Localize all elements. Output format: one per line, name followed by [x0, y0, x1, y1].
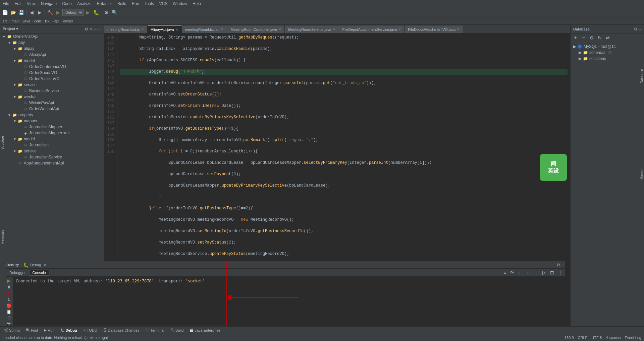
- status-line-ending[interactable]: CRLF: [578, 336, 588, 340]
- menu-build[interactable]: Build: [115, 1, 129, 7]
- menu-view[interactable]: View: [24, 1, 38, 7]
- db-mysql-item[interactable]: ▶ 🔵 MySQL - root@11: [572, 44, 643, 50]
- tree-item-model1[interactable]: ▼ 📁 model: [0, 58, 104, 64]
- tab-filedepotattachmentservicejava[interactable]: FileDepotAttachmentService.java ✕: [339, 25, 405, 33]
- tree-item-wechat[interactable]: ▼ 📁 wechat: [0, 94, 104, 100]
- menu-tools[interactable]: Tools: [142, 1, 157, 7]
- path-main[interactable]: main: [11, 19, 19, 23]
- debug-pause-btn[interactable]: ⏸: [5, 285, 13, 289]
- right-tab-database[interactable]: Database: [639, 67, 644, 85]
- path-com[interactable]: com: [34, 19, 41, 23]
- tab-alipayapijava[interactable]: AlipayApi.java ✕: [148, 25, 182, 33]
- bottom-tab-build[interactable]: 🔨 Build: [168, 328, 186, 333]
- path-lckj[interactable]: lckj: [45, 19, 50, 23]
- tab-meetingroomcontrollerjava[interactable]: MeetingRoomController.java ✕: [227, 25, 285, 33]
- debug-restart-btn[interactable]: ↻: [5, 297, 13, 302]
- tree-item-ownervisitapi[interactable]: ▼ 📁 OwnerVisitApi: [0, 33, 104, 40]
- debug-camera-btn[interactable]: 📷: [5, 322, 13, 326]
- debug-close-icon[interactable]: ✕: [44, 263, 46, 267]
- menu-navigate[interactable]: Navigate: [38, 1, 59, 7]
- debug-step-into[interactable]: ↓: [516, 269, 524, 276]
- debug-resume-btn[interactable]: ▶: [5, 278, 13, 283]
- sidebar-gear-icon[interactable]: ⋯: [97, 27, 101, 31]
- console-tab[interactable]: Console: [29, 270, 49, 276]
- debug-config-dropdown[interactable]: Debug: [62, 9, 84, 16]
- debug-run-icon[interactable]: 🐛: [23, 262, 29, 268]
- tree-item-appannouncementapi[interactable]: ▼ © AppAnnouncementApi: [0, 160, 104, 166]
- db-properties-button[interactable]: ⚙: [588, 34, 595, 42]
- tab-close-icon[interactable]: ✕: [221, 27, 223, 31]
- db-remove-button[interactable]: −: [580, 34, 587, 42]
- tab-close-icon[interactable]: ✕: [398, 27, 401, 31]
- tree-item-orderconferencevo[interactable]: ▼ © OrderConferenceVO: [0, 64, 104, 70]
- menu-window[interactable]: Window: [170, 1, 190, 7]
- new-button[interactable]: 📄: [1, 9, 9, 16]
- menu-edit[interactable]: Edit: [12, 1, 24, 7]
- db-collations-item[interactable]: ▶ 📁 collations: [572, 56, 643, 62]
- debugger-tab[interactable]: Debugger: [6, 270, 29, 276]
- debug-mute-btn[interactable]: 🔴: [5, 303, 13, 308]
- tree-item-journalismservice[interactable]: ▼ © JournalismService: [0, 154, 104, 160]
- open-button[interactable]: 📂: [9, 9, 17, 16]
- debug-stop-btn[interactable]: ■: [5, 291, 13, 296]
- status-event-log[interactable]: Event Log: [625, 336, 641, 340]
- tree-item-model2[interactable]: ▼ 📁 model: [0, 136, 104, 142]
- db-schemas-item[interactable]: ▶ 📁 schemas 22: [572, 50, 643, 56]
- tree-item-weixinpayapi[interactable]: ▼ © WeixinPayApi: [0, 100, 104, 106]
- left-tab-favorites[interactable]: Favorites: [0, 228, 5, 246]
- tab-close-icon[interactable]: ✕: [457, 27, 460, 31]
- tree-item-mapper[interactable]: ▼ 📁 mapper: [0, 118, 104, 124]
- debug-minimize-icon[interactable]: −: [561, 263, 564, 267]
- debug-button[interactable]: 🐛: [92, 9, 100, 16]
- save-button[interactable]: 💾: [17, 9, 25, 16]
- bottom-tab-debug[interactable]: 🐛 Debug: [58, 328, 79, 333]
- sidebar-close-icon[interactable]: −: [93, 27, 96, 31]
- tree-item-journalismmapperxml[interactable]: ▼ ◈ JournalismMapper.xml: [0, 130, 104, 136]
- tab-filedepotattachmentvoja[interactable]: FileDepotAttachmentVO.java ✕: [405, 25, 463, 33]
- db-add-button[interactable]: +: [572, 34, 579, 42]
- back-button[interactable]: ◀: [28, 9, 35, 16]
- debug-step-out[interactable]: ↑: [524, 269, 532, 276]
- menu-file[interactable]: File: [0, 1, 12, 7]
- menu-run[interactable]: Run: [129, 1, 142, 7]
- tab-close-icon[interactable]: ✕: [278, 27, 281, 31]
- db-settings-icon[interactable]: ⚙: [634, 27, 638, 31]
- path-api[interactable]: api: [54, 19, 59, 23]
- bottom-tab-spring[interactable]: 🌿 Spring: [1, 328, 22, 333]
- right-tab-maven[interactable]: Maven: [639, 167, 644, 182]
- debug-run-button[interactable]: ▶: [84, 9, 92, 16]
- db-refresh-button[interactable]: ↻: [596, 34, 603, 42]
- tree-item-pay[interactable]: ▼ 📁 pay: [0, 40, 104, 46]
- tab-close-icon[interactable]: ✕: [175, 28, 178, 31]
- tab-close-icon[interactable]: ✕: [141, 27, 144, 31]
- debug-run-to-cursor[interactable]: →: [532, 269, 540, 276]
- debug-settings-icon[interactable]: ⚙: [556, 263, 560, 267]
- tab-meetingroomlistjs[interactable]: meetingRoomList.js ✕: [104, 25, 148, 33]
- bottom-tab-run[interactable]: ▶ Run: [41, 328, 57, 333]
- tree-item-businessservice[interactable]: ▼ © BusinessService: [0, 88, 104, 94]
- bottom-tab-database-changes[interactable]: 🗄 Database Changes: [101, 328, 142, 333]
- debug-frames-btn[interactable]: ⊟: [5, 316, 13, 320]
- bottom-tab-todo[interactable]: ✓ TODO: [80, 328, 100, 333]
- tab-close-icon[interactable]: ✕: [333, 27, 335, 31]
- path-java[interactable]: java: [23, 19, 30, 23]
- tree-item-service2[interactable]: ▼ 📁 service: [0, 148, 104, 154]
- db-sync-button[interactable]: ⇄: [604, 34, 611, 42]
- bottom-tab-find[interactable]: 🔍 Find: [23, 328, 41, 333]
- sidebar-settings-icon[interactable]: ⚙: [85, 27, 88, 31]
- tree-item-ordergoodsvo[interactable]: ▼ © OrderGoodsVO: [0, 70, 104, 76]
- tab-meetingroomlistjsp[interactable]: meetingRoomList.jsp ✕: [182, 25, 227, 33]
- run-button[interactable]: ▶: [54, 9, 62, 16]
- tree-item-journalismmapper[interactable]: ▼ © JournalismMapper: [0, 124, 104, 130]
- debug-dump-btn[interactable]: 📋: [5, 310, 13, 314]
- menu-code[interactable]: Code: [59, 1, 74, 7]
- debug-evaluate[interactable]: ▷: [540, 269, 548, 276]
- search-button[interactable]: 🔍: [111, 9, 118, 16]
- tab-meetingroomservicejava[interactable]: MeetingRoomService.java ✕: [285, 25, 339, 33]
- forward-button[interactable]: ▶: [36, 9, 43, 16]
- debug-console-output[interactable]: Connected to the target VM, address: '11…: [13, 277, 565, 326]
- build-button[interactable]: 🔨: [46, 9, 54, 16]
- status-encoding[interactable]: UTF-8: [591, 336, 602, 340]
- bottom-tab-terminal[interactable]: ⬛ Terminal: [143, 328, 167, 333]
- left-tab-structure[interactable]: Structure: [0, 134, 5, 152]
